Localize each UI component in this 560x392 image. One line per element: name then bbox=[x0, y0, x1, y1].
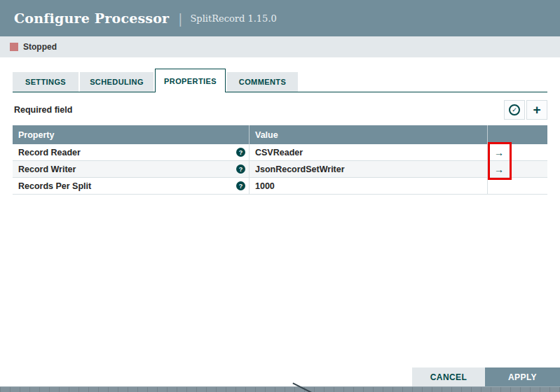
property-name: Records Per Split ? bbox=[13, 178, 249, 194]
help-icon[interactable]: ? bbox=[236, 181, 245, 190]
property-value[interactable]: JsonRecordSetWriter bbox=[249, 161, 487, 177]
verify-properties-button[interactable]: ✓ bbox=[504, 100, 525, 120]
help-icon[interactable]: ? bbox=[236, 148, 245, 157]
tab-bar: SETTINGS SCHEDULING PROPERTIES COMMENTS bbox=[13, 69, 547, 92]
circle-check-icon: ✓ bbox=[509, 104, 520, 115]
title-separator: | bbox=[178, 11, 182, 26]
arrow-cell: → bbox=[487, 161, 547, 177]
tab-properties[interactable]: PROPERTIES bbox=[155, 69, 226, 92]
table-row-records-per-split: Records Per Split ? 1000 bbox=[13, 178, 547, 195]
stopped-status-icon bbox=[10, 43, 18, 51]
tab-scheduling-label: SCHEDULING bbox=[90, 78, 144, 86]
arrow-cell: → bbox=[487, 144, 547, 160]
table-row-record-reader: Record Reader ? CSVReader → bbox=[13, 144, 547, 161]
property-value[interactable]: CSVReader bbox=[249, 144, 487, 160]
tab-settings[interactable]: SETTINGS bbox=[13, 72, 78, 92]
goto-service-arrow-icon[interactable]: → bbox=[494, 164, 504, 174]
processor-name-version: SplitRecord 1.15.0 bbox=[190, 13, 276, 24]
dialog-title: Configure Processor bbox=[14, 10, 169, 26]
plus-icon: + bbox=[533, 103, 540, 116]
table-header: Property Value bbox=[13, 125, 547, 144]
cancel-button[interactable]: CANCEL bbox=[412, 368, 485, 386]
tab-comments[interactable]: COMMENTS bbox=[227, 72, 298, 92]
property-value[interactable]: 1000 bbox=[249, 178, 487, 194]
goto-service-arrow-icon[interactable]: → bbox=[494, 148, 504, 158]
add-property-button[interactable]: + bbox=[526, 100, 547, 120]
help-icon[interactable]: ? bbox=[236, 164, 245, 174]
property-name: Record Reader ? bbox=[13, 144, 249, 160]
tab-scheduling[interactable]: SCHEDULING bbox=[80, 72, 153, 92]
tab-properties-label: PROPERTIES bbox=[164, 77, 217, 85]
tab-comments-label: COMMENTS bbox=[239, 78, 286, 86]
column-header-value: Value bbox=[249, 125, 487, 144]
apply-button[interactable]: APPLY bbox=[485, 368, 560, 386]
table-row-record-writer: Record Writer ? JsonRecordSetWriter → bbox=[13, 161, 547, 178]
status-bar: Stopped bbox=[0, 36, 560, 57]
required-field-label: Required field bbox=[14, 105, 72, 115]
properties-table: Property Value Record Reader ? CSVReader… bbox=[13, 125, 547, 195]
column-header-extra bbox=[487, 125, 547, 144]
property-name: Record Writer ? bbox=[13, 161, 249, 177]
properties-actions: ✓ + bbox=[504, 100, 547, 120]
tab-settings-label: SETTINGS bbox=[25, 78, 66, 86]
column-header-property: Property bbox=[13, 125, 249, 144]
status-label: Stopped bbox=[23, 42, 57, 52]
configure-processor-dialog: Configure Processor | SplitRecord 1.15.0… bbox=[0, 0, 560, 392]
arrow-cell bbox=[487, 178, 547, 194]
nifi-canvas-strip bbox=[0, 386, 560, 392]
dialog-header: Configure Processor | SplitRecord 1.15.0 bbox=[0, 0, 560, 36]
